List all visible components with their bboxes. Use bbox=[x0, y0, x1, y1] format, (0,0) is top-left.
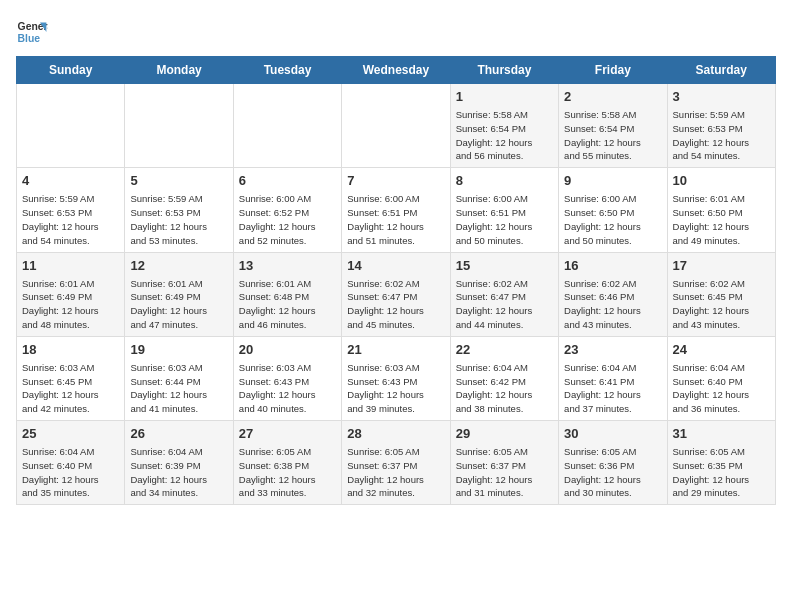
calendar-cell bbox=[17, 84, 125, 168]
day-number: 1 bbox=[456, 88, 553, 106]
day-number: 15 bbox=[456, 257, 553, 275]
day-number: 24 bbox=[673, 341, 770, 359]
calendar-cell: 12Sunrise: 6:01 AM Sunset: 6:49 PM Dayli… bbox=[125, 252, 233, 336]
cell-content: Sunrise: 6:05 AM Sunset: 6:37 PM Dayligh… bbox=[456, 445, 553, 500]
header-cell-tuesday: Tuesday bbox=[233, 57, 341, 84]
calendar-body: 1Sunrise: 5:58 AM Sunset: 6:54 PM Daylig… bbox=[17, 84, 776, 505]
header-cell-monday: Monday bbox=[125, 57, 233, 84]
calendar-cell: 2Sunrise: 5:58 AM Sunset: 6:54 PM Daylig… bbox=[559, 84, 667, 168]
cell-content: Sunrise: 6:04 AM Sunset: 6:40 PM Dayligh… bbox=[673, 361, 770, 416]
cell-content: Sunrise: 6:02 AM Sunset: 6:45 PM Dayligh… bbox=[673, 277, 770, 332]
calendar-cell: 19Sunrise: 6:03 AM Sunset: 6:44 PM Dayli… bbox=[125, 336, 233, 420]
calendar-cell: 17Sunrise: 6:02 AM Sunset: 6:45 PM Dayli… bbox=[667, 252, 775, 336]
cell-content: Sunrise: 5:59 AM Sunset: 6:53 PM Dayligh… bbox=[673, 108, 770, 163]
cell-content: Sunrise: 6:02 AM Sunset: 6:47 PM Dayligh… bbox=[456, 277, 553, 332]
day-number: 5 bbox=[130, 172, 227, 190]
calendar-cell: 23Sunrise: 6:04 AM Sunset: 6:41 PM Dayli… bbox=[559, 336, 667, 420]
cell-content: Sunrise: 6:00 AM Sunset: 6:51 PM Dayligh… bbox=[456, 192, 553, 247]
calendar-cell: 27Sunrise: 6:05 AM Sunset: 6:38 PM Dayli… bbox=[233, 421, 341, 505]
day-number: 2 bbox=[564, 88, 661, 106]
calendar-cell: 26Sunrise: 6:04 AM Sunset: 6:39 PM Dayli… bbox=[125, 421, 233, 505]
cell-content: Sunrise: 6:03 AM Sunset: 6:43 PM Dayligh… bbox=[239, 361, 336, 416]
cell-content: Sunrise: 6:00 AM Sunset: 6:51 PM Dayligh… bbox=[347, 192, 444, 247]
day-number: 14 bbox=[347, 257, 444, 275]
day-number: 30 bbox=[564, 425, 661, 443]
cell-content: Sunrise: 6:02 AM Sunset: 6:47 PM Dayligh… bbox=[347, 277, 444, 332]
cell-content: Sunrise: 6:04 AM Sunset: 6:40 PM Dayligh… bbox=[22, 445, 119, 500]
calendar-cell: 10Sunrise: 6:01 AM Sunset: 6:50 PM Dayli… bbox=[667, 168, 775, 252]
day-number: 11 bbox=[22, 257, 119, 275]
cell-content: Sunrise: 6:01 AM Sunset: 6:48 PM Dayligh… bbox=[239, 277, 336, 332]
day-number: 8 bbox=[456, 172, 553, 190]
calendar-cell: 24Sunrise: 6:04 AM Sunset: 6:40 PM Dayli… bbox=[667, 336, 775, 420]
week-row-3: 11Sunrise: 6:01 AM Sunset: 6:49 PM Dayli… bbox=[17, 252, 776, 336]
calendar-cell: 20Sunrise: 6:03 AM Sunset: 6:43 PM Dayli… bbox=[233, 336, 341, 420]
day-number: 10 bbox=[673, 172, 770, 190]
cell-content: Sunrise: 6:05 AM Sunset: 6:37 PM Dayligh… bbox=[347, 445, 444, 500]
calendar-cell: 31Sunrise: 6:05 AM Sunset: 6:35 PM Dayli… bbox=[667, 421, 775, 505]
cell-content: Sunrise: 6:04 AM Sunset: 6:41 PM Dayligh… bbox=[564, 361, 661, 416]
calendar-cell: 7Sunrise: 6:00 AM Sunset: 6:51 PM Daylig… bbox=[342, 168, 450, 252]
calendar-cell bbox=[342, 84, 450, 168]
cell-content: Sunrise: 5:58 AM Sunset: 6:54 PM Dayligh… bbox=[456, 108, 553, 163]
calendar-cell bbox=[233, 84, 341, 168]
calendar-table: SundayMondayTuesdayWednesdayThursdayFrid… bbox=[16, 56, 776, 505]
cell-content: Sunrise: 6:05 AM Sunset: 6:35 PM Dayligh… bbox=[673, 445, 770, 500]
day-number: 20 bbox=[239, 341, 336, 359]
day-number: 6 bbox=[239, 172, 336, 190]
cell-content: Sunrise: 6:00 AM Sunset: 6:50 PM Dayligh… bbox=[564, 192, 661, 247]
cell-content: Sunrise: 6:03 AM Sunset: 6:43 PM Dayligh… bbox=[347, 361, 444, 416]
day-number: 4 bbox=[22, 172, 119, 190]
calendar-cell: 8Sunrise: 6:00 AM Sunset: 6:51 PM Daylig… bbox=[450, 168, 558, 252]
cell-content: Sunrise: 6:01 AM Sunset: 6:49 PM Dayligh… bbox=[22, 277, 119, 332]
calendar-cell bbox=[125, 84, 233, 168]
day-number: 13 bbox=[239, 257, 336, 275]
week-row-5: 25Sunrise: 6:04 AM Sunset: 6:40 PM Dayli… bbox=[17, 421, 776, 505]
day-number: 17 bbox=[673, 257, 770, 275]
cell-content: Sunrise: 6:03 AM Sunset: 6:44 PM Dayligh… bbox=[130, 361, 227, 416]
day-number: 31 bbox=[673, 425, 770, 443]
calendar-cell: 14Sunrise: 6:02 AM Sunset: 6:47 PM Dayli… bbox=[342, 252, 450, 336]
calendar-cell: 6Sunrise: 6:00 AM Sunset: 6:52 PM Daylig… bbox=[233, 168, 341, 252]
calendar-cell: 21Sunrise: 6:03 AM Sunset: 6:43 PM Dayli… bbox=[342, 336, 450, 420]
day-number: 12 bbox=[130, 257, 227, 275]
cell-content: Sunrise: 6:01 AM Sunset: 6:50 PM Dayligh… bbox=[673, 192, 770, 247]
header-cell-saturday: Saturday bbox=[667, 57, 775, 84]
calendar-cell: 5Sunrise: 5:59 AM Sunset: 6:53 PM Daylig… bbox=[125, 168, 233, 252]
calendar-cell: 18Sunrise: 6:03 AM Sunset: 6:45 PM Dayli… bbox=[17, 336, 125, 420]
cell-content: Sunrise: 6:04 AM Sunset: 6:42 PM Dayligh… bbox=[456, 361, 553, 416]
calendar-cell: 29Sunrise: 6:05 AM Sunset: 6:37 PM Dayli… bbox=[450, 421, 558, 505]
svg-text:Blue: Blue bbox=[18, 33, 41, 44]
calendar-header: SundayMondayTuesdayWednesdayThursdayFrid… bbox=[17, 57, 776, 84]
day-number: 19 bbox=[130, 341, 227, 359]
calendar-cell: 1Sunrise: 5:58 AM Sunset: 6:54 PM Daylig… bbox=[450, 84, 558, 168]
header-row: SundayMondayTuesdayWednesdayThursdayFrid… bbox=[17, 57, 776, 84]
logo: General Blue bbox=[16, 16, 48, 48]
calendar-cell: 3Sunrise: 5:59 AM Sunset: 6:53 PM Daylig… bbox=[667, 84, 775, 168]
cell-content: Sunrise: 6:04 AM Sunset: 6:39 PM Dayligh… bbox=[130, 445, 227, 500]
day-number: 25 bbox=[22, 425, 119, 443]
day-number: 3 bbox=[673, 88, 770, 106]
header-cell-sunday: Sunday bbox=[17, 57, 125, 84]
cell-content: Sunrise: 6:00 AM Sunset: 6:52 PM Dayligh… bbox=[239, 192, 336, 247]
day-number: 26 bbox=[130, 425, 227, 443]
day-number: 27 bbox=[239, 425, 336, 443]
day-number: 16 bbox=[564, 257, 661, 275]
calendar-cell: 25Sunrise: 6:04 AM Sunset: 6:40 PM Dayli… bbox=[17, 421, 125, 505]
week-row-1: 1Sunrise: 5:58 AM Sunset: 6:54 PM Daylig… bbox=[17, 84, 776, 168]
calendar-cell: 28Sunrise: 6:05 AM Sunset: 6:37 PM Dayli… bbox=[342, 421, 450, 505]
cell-content: Sunrise: 6:01 AM Sunset: 6:49 PM Dayligh… bbox=[130, 277, 227, 332]
calendar-cell: 22Sunrise: 6:04 AM Sunset: 6:42 PM Dayli… bbox=[450, 336, 558, 420]
day-number: 7 bbox=[347, 172, 444, 190]
cell-content: Sunrise: 5:59 AM Sunset: 6:53 PM Dayligh… bbox=[130, 192, 227, 247]
cell-content: Sunrise: 5:59 AM Sunset: 6:53 PM Dayligh… bbox=[22, 192, 119, 247]
cell-content: Sunrise: 5:58 AM Sunset: 6:54 PM Dayligh… bbox=[564, 108, 661, 163]
header-cell-thursday: Thursday bbox=[450, 57, 558, 84]
logo-icon: General Blue bbox=[16, 16, 48, 48]
day-number: 28 bbox=[347, 425, 444, 443]
header-cell-friday: Friday bbox=[559, 57, 667, 84]
calendar-cell: 9Sunrise: 6:00 AM Sunset: 6:50 PM Daylig… bbox=[559, 168, 667, 252]
calendar-cell: 13Sunrise: 6:01 AM Sunset: 6:48 PM Dayli… bbox=[233, 252, 341, 336]
cell-content: Sunrise: 6:05 AM Sunset: 6:38 PM Dayligh… bbox=[239, 445, 336, 500]
calendar-cell: 15Sunrise: 6:02 AM Sunset: 6:47 PM Dayli… bbox=[450, 252, 558, 336]
